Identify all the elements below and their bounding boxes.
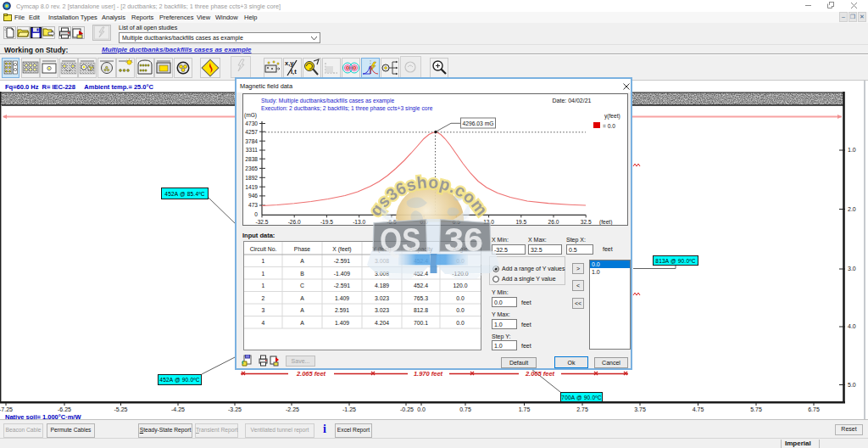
svg-text:4296.03 mG: 4296.03 mG [463, 120, 494, 126]
svg-text:0.0: 0.0 [456, 307, 465, 313]
svg-text:0.0: 0.0 [456, 320, 465, 326]
svg-text:B: B [300, 271, 304, 277]
svg-text:812.8: 812.8 [414, 307, 428, 313]
svg-text:A: A [300, 295, 304, 301]
svg-text:4257: 4257 [245, 129, 258, 135]
svg-text:(feet): (feet) [599, 219, 612, 226]
svg-text:0: 0 [254, 211, 258, 217]
svg-text:(mG): (mG) [244, 112, 257, 119]
svg-text:1: 1 [262, 283, 265, 288]
svg-text:3: 3 [262, 307, 265, 313]
svg-text:4.204: 4.204 [375, 320, 389, 326]
svg-text:1892: 1892 [245, 175, 258, 181]
svg-text:Study: Multiple ductbanks/back: Study: Multiple ductbanks/backfills case… [261, 98, 395, 104]
svg-text:0.0: 0.0 [456, 295, 465, 301]
svg-text:QS: QS [380, 221, 421, 258]
svg-text:Date: 04/02/21: Date: 04/02/21 [553, 98, 592, 104]
svg-text:-2.591: -2.591 [334, 283, 350, 288]
svg-text:Circuit No.: Circuit No. [250, 246, 277, 252]
svg-text:C: C [300, 283, 304, 288]
svg-text:2365: 2365 [245, 165, 258, 171]
svg-text:-2.591: -2.591 [334, 258, 350, 264]
svg-text:1.409: 1.409 [335, 320, 349, 326]
svg-text:1: 1 [262, 271, 265, 277]
svg-text:Phase: Phase [294, 246, 310, 252]
svg-text:26.0: 26.0 [548, 219, 559, 225]
svg-text:946: 946 [248, 193, 258, 199]
svg-text:700.1: 700.1 [414, 320, 428, 326]
svg-text:2838: 2838 [245, 156, 258, 162]
svg-text:-1.409: -1.409 [334, 271, 350, 277]
svg-text:X (feet): X (feet) [332, 246, 351, 253]
svg-text:1.409: 1.409 [335, 295, 349, 301]
svg-text:A: A [300, 320, 304, 326]
svg-text:36: 36 [444, 221, 483, 258]
svg-text:Execution: 2 ductbanks; 2 back: Execution: 2 ductbanks; 2 backfills; 1 t… [261, 105, 433, 112]
svg-text:19.5: 19.5 [515, 219, 526, 225]
svg-text:4: 4 [262, 320, 265, 326]
svg-text:1419: 1419 [245, 184, 258, 190]
svg-text:-19.5: -19.5 [320, 219, 333, 225]
svg-text:-26.0: -26.0 [288, 219, 301, 225]
svg-text:3311: 3311 [246, 147, 259, 153]
svg-text:765.3: 765.3 [414, 295, 428, 301]
svg-text:1.970 feet: 1.970 feet [414, 370, 443, 378]
svg-text:y(feet): y(feet) [604, 113, 620, 120]
svg-text:-32.5: -32.5 [255, 219, 268, 225]
svg-text:4730: 4730 [245, 120, 258, 126]
svg-text:A: A [300, 258, 304, 264]
svg-text:32.5: 32.5 [581, 219, 592, 225]
svg-text:= 0.0: = 0.0 [603, 123, 615, 129]
svg-text:A: A [300, 307, 304, 313]
svg-text:2: 2 [262, 295, 265, 301]
svg-text:3.023: 3.023 [375, 295, 389, 301]
svg-text:2.065 feet: 2.065 feet [296, 370, 326, 378]
svg-text:1: 1 [262, 258, 265, 264]
svg-text:2.065 feet: 2.065 feet [525, 370, 555, 378]
svg-text:3.023: 3.023 [375, 307, 389, 313]
svg-text:2.591: 2.591 [335, 307, 349, 313]
svg-text:3784: 3784 [245, 138, 258, 144]
svg-text:473: 473 [248, 202, 258, 208]
